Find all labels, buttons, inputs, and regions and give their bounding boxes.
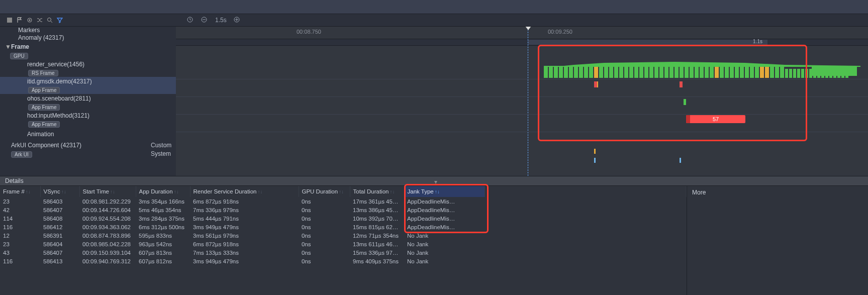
custom-label: Custom	[151, 142, 171, 149]
cell-frame: 23	[0, 197, 40, 206]
svg-point-2	[29, 20, 31, 21]
cell-frame: 43	[0, 248, 40, 257]
markers-row[interactable]: Markers	[0, 27, 176, 34]
animation-row[interactable]: Animation	[0, 128, 176, 140]
search-icon[interactable]	[46, 17, 53, 24]
filter-icon[interactable]	[56, 17, 63, 24]
cell-vsync: 586408	[40, 214, 79, 223]
cell-jank: AppDeadlineMis…	[404, 214, 485, 223]
cell-vsync: 586407	[40, 206, 79, 214]
table-row[interactable]: 2358640400:08.985.042.228963µs 542ns6ms …	[0, 240, 687, 248]
cell-total: 12ms 71µs 354ns	[350, 231, 404, 240]
record-icon[interactable]	[6, 17, 13, 24]
scope-range[interactable]	[528, 40, 767, 45]
cell-rs: 3ms 949µs 479ns	[190, 257, 299, 265]
col-vsync[interactable]: VSync↑↓	[40, 186, 79, 197]
cell-frame: 42	[0, 206, 40, 214]
cell-jank: AppDeadlineMis…	[404, 223, 485, 231]
track-tree: Markers Anomaly (42317) ▼Frame GPU rende…	[0, 27, 176, 176]
caret-down-icon[interactable]: ▼	[5, 43, 10, 50]
cell-vsync: 586407	[40, 248, 79, 257]
rs-frame-tag: RS Frame	[0, 69, 176, 77]
arkui-system-track[interactable]	[176, 156, 868, 165]
table-row[interactable]: 2358640300:08.981.292.2293ms 354µs 166ns…	[0, 197, 687, 206]
cell-rs: 3ms 561µs 979ns	[190, 231, 299, 240]
input-method-track[interactable]: 57	[176, 115, 868, 132]
cell-start: 00:09.144.726.604	[79, 206, 136, 214]
cell-vsync: 586412	[40, 223, 79, 231]
cell-total: 9ms 409µs 375ns	[350, 257, 404, 265]
app-frame-tag-2: App Frame	[0, 103, 176, 111]
arkui-row[interactable]: ArkUI Component (42317) Custom	[0, 140, 176, 150]
app-frame-tag-3: App Frame	[0, 120, 176, 128]
col-rs-dur[interactable]: Render Service Duration↑↓	[190, 186, 299, 197]
timeline-tracks[interactable]: 00:08.750 00:09.250 1.1s	[176, 27, 868, 176]
gpu-tag-row: GPU	[0, 52, 176, 60]
frame-57-bar[interactable]: 57	[686, 115, 745, 123]
shuffle-icon[interactable]	[36, 17, 43, 24]
col-gpu-dur[interactable]: GPU Duration↑↓	[299, 186, 350, 197]
target-icon[interactable]	[26, 17, 33, 24]
cell-total: 17ms 361µs 459ns	[350, 197, 404, 206]
col-start[interactable]: Start Time↑↓	[79, 186, 136, 197]
cell-app: 595µs 833ns	[136, 231, 190, 240]
svg-rect-0	[7, 18, 12, 23]
render-service-track[interactable]	[176, 61, 868, 79]
details-pane: Details ▾ Frame #↑↓ VSync↑↓ Start Time↑↓…	[0, 176, 868, 295]
cell-frame: 23	[0, 240, 40, 248]
cell-gpu: 0ns	[299, 223, 350, 231]
col-frame[interactable]: Frame #↑↓	[0, 186, 40, 197]
flag-icon[interactable]	[16, 17, 23, 24]
table-row[interactable]: 4258640700:09.144.726.6045ms 46µs 354ns7…	[0, 206, 687, 214]
details-table[interactable]: Frame #↑↓ VSync↑↓ Start Time↑↓ App Durat…	[0, 186, 687, 295]
cell-jank: No Jank	[404, 240, 485, 248]
more-panel[interactable]: More	[687, 186, 868, 295]
cell-vsync: 586413	[40, 257, 79, 265]
cell-vsync: 586403	[40, 197, 79, 206]
svg-point-3	[48, 18, 51, 22]
overview-bar[interactable]: 1.1s	[176, 39, 868, 46]
cell-gpu: 0ns	[299, 240, 350, 248]
playhead-handle-icon[interactable]	[525, 27, 531, 30]
col-spacer	[485, 186, 687, 197]
cell-frame: 12	[0, 231, 40, 240]
cell-app: 607µs 813ns	[136, 248, 190, 257]
col-app-dur[interactable]: App Duration↑↓	[136, 186, 190, 197]
clock-icon[interactable]	[187, 17, 194, 24]
render-service-row[interactable]: render_service(1456)	[0, 60, 176, 69]
anomaly-row[interactable]: Anomaly (42317)	[0, 34, 176, 42]
cell-frame: 114	[0, 214, 40, 223]
sceneboard-track[interactable]	[176, 97, 868, 115]
table-row[interactable]: 1258639100:08.874.783.896595µs 833ns3ms …	[0, 231, 687, 240]
cell-app: 5ms 46µs 354ns	[136, 206, 190, 214]
input-method-row[interactable]: hod:inputMethod(3121)	[0, 111, 176, 120]
cell-gpu: 0ns	[299, 206, 350, 214]
app-demo-track[interactable]	[176, 79, 868, 97]
zoom-level: 1.5s	[215, 17, 227, 24]
table-row[interactable]: 11658641300:09.940.769.312607µs 812ns3ms…	[0, 257, 687, 265]
zoom-in-icon[interactable]	[234, 17, 241, 24]
cell-jank: No Jank	[404, 231, 485, 240]
cell-start: 00:08.981.292.229	[79, 197, 136, 206]
cell-total: 13ms 386µs 458ns	[350, 206, 404, 214]
frame-row[interactable]: ▼Frame	[0, 42, 176, 52]
table-row[interactable]: 11458640800:09.924.554.2083ms 284µs 375n…	[0, 214, 687, 223]
cell-gpu: 0ns	[299, 257, 350, 265]
cell-start: 00:08.985.042.228	[79, 240, 136, 248]
col-jank-type[interactable]: Jank Type↑↓	[404, 186, 485, 197]
scope-label: 1.1s	[753, 39, 762, 44]
cell-app: 3ms 354µs 166ns	[136, 197, 190, 206]
time-ruler[interactable]: 00:08.750 00:09.250	[176, 27, 868, 39]
collapse-handle-icon[interactable]: ▾	[434, 177, 437, 186]
cell-rs: 7ms 336µs 979ns	[190, 206, 299, 214]
sceneboard-row[interactable]: ohos.sceneboard(2811)	[0, 94, 176, 103]
table-row[interactable]: 4358640700:09.150.939.104607µs 813ns7ms …	[0, 248, 687, 257]
zoom-out-icon[interactable]	[201, 17, 208, 24]
app-demo-row[interactable]: itid.gmsdk.demo(42317)	[0, 77, 176, 86]
table-row[interactable]: 11658641200:09.934.363.0626ms 312µs 500n…	[0, 223, 687, 231]
arkui-custom-track[interactable]	[176, 147, 868, 156]
cell-jank: AppDeadlineMis…	[404, 197, 485, 206]
col-total-dur[interactable]: Total Duration↑↓	[350, 186, 404, 197]
cell-frame: 116	[0, 223, 40, 231]
timeline-toolbar: 1.5s	[0, 14, 868, 27]
